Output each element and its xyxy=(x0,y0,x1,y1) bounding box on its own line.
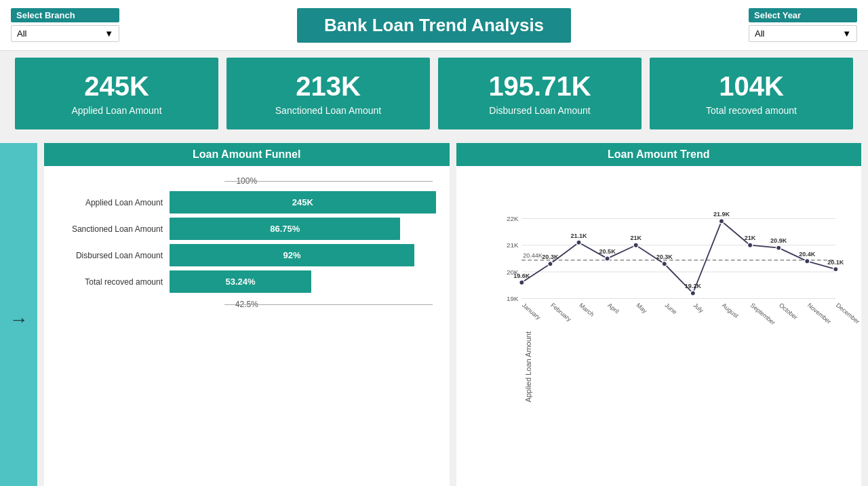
funnel-bar: 53.24% xyxy=(170,270,311,293)
svg-text:February: February xyxy=(549,302,573,323)
page-title: Bank Loan Trend Analysis xyxy=(297,8,571,43)
kpi-disbursed-value: 195.71K xyxy=(445,71,635,101)
funnel-row: Total recoved amount 53.24% xyxy=(58,270,436,293)
svg-text:20.9K: 20.9K xyxy=(770,237,787,244)
svg-text:July: July xyxy=(692,302,705,314)
arrow-panel[interactable]: → xyxy=(0,143,37,486)
funnel-bar-container: 245K xyxy=(170,191,436,214)
branch-value: All xyxy=(17,28,26,39)
branch-label: Select Branch xyxy=(11,8,119,22)
year-select-group: Select Year All ▼ xyxy=(749,8,857,42)
svg-point-31 xyxy=(604,256,609,261)
svg-text:December: December xyxy=(835,302,861,325)
svg-point-37 xyxy=(662,262,667,266)
year-label: Select Year xyxy=(749,8,857,22)
svg-point-22 xyxy=(519,280,524,285)
funnel-bar-container: 86.75% xyxy=(170,218,436,240)
svg-text:21K: 21K xyxy=(744,235,755,241)
svg-text:21K: 21K xyxy=(630,235,642,241)
svg-point-49 xyxy=(776,245,781,250)
svg-text:March: March xyxy=(578,302,595,318)
svg-text:September: September xyxy=(749,302,776,326)
funnel-chart-panel: Loan Amount Funnel 100% Applied Loan Amo… xyxy=(44,143,450,486)
kpi-recovered-value: 104K xyxy=(656,71,846,101)
svg-text:21K: 21K xyxy=(507,241,519,249)
kpi-disbursed-label: Disbursed Loan Amount xyxy=(445,105,635,116)
branch-chevron-icon: ▼ xyxy=(104,28,113,39)
svg-text:20.3K: 20.3K xyxy=(656,254,673,260)
svg-text:21.9K: 21.9K xyxy=(713,211,730,218)
kpi-sanctioned: 213K Sanctioned Loan Amount xyxy=(226,58,430,129)
trend-svg: 19K20K21K22K20.44K19.6KJanuary20.3KFebru… xyxy=(497,180,848,356)
svg-text:20.5K: 20.5K xyxy=(599,248,616,255)
kpi-sanctioned-value: 213K xyxy=(233,71,423,101)
funnel-row: Applied Loan Amount 245K xyxy=(58,191,436,214)
funnel-bar: 245K xyxy=(170,191,436,214)
funnel-bar: 92% xyxy=(170,244,414,266)
funnel-row: Disbursed Loan Amount 92% xyxy=(58,244,436,266)
app-root: Select Branch All ▼ Bank Loan Trend Anal… xyxy=(0,0,868,486)
branch-dropdown[interactable]: All ▼ xyxy=(11,25,119,42)
kpi-recovered-label: Total recoved amount xyxy=(656,105,846,116)
svg-text:22K: 22K xyxy=(507,215,519,222)
svg-text:19.6K: 19.6K xyxy=(513,272,530,279)
svg-point-40 xyxy=(690,291,695,296)
funnel-bottom-label: 42.5% xyxy=(58,300,436,309)
svg-point-34 xyxy=(633,243,638,247)
main-content: → Loan Amount Funnel 100% Applied Loan A… xyxy=(0,136,868,486)
svg-text:November: November xyxy=(806,302,831,325)
charts-area: Loan Amount Funnel 100% Applied Loan Amo… xyxy=(37,143,868,486)
svg-line-18 xyxy=(750,245,778,248)
funnel-chart-title: Loan Amount Funnel xyxy=(44,143,450,166)
svg-point-28 xyxy=(576,240,580,245)
svg-text:May: May xyxy=(635,302,648,315)
funnel-bar-container: 92% xyxy=(170,244,436,266)
arrow-right-icon: → xyxy=(9,309,28,331)
kpi-applied: 245K Applied Loan Amount xyxy=(15,58,218,129)
funnel-container: 100% Applied Loan Amount 245K Sanctioned… xyxy=(51,173,443,486)
svg-text:20.3K: 20.3K xyxy=(542,254,559,260)
funnel-chart-body: 100% Applied Loan Amount 245K Sanctioned… xyxy=(44,166,450,486)
header: Select Branch All ▼ Bank Loan Trend Anal… xyxy=(0,0,868,51)
year-dropdown[interactable]: All ▼ xyxy=(749,25,857,42)
svg-point-25 xyxy=(547,262,552,266)
kpi-disbursed: 195.71K Disbursed Loan Amount xyxy=(438,58,642,129)
trend-container: Applied Loan Amount 19K20K21K22K20.44K19… xyxy=(463,173,855,486)
svg-text:21.1K: 21.1K xyxy=(570,232,587,239)
svg-text:20.1K: 20.1K xyxy=(827,259,844,266)
svg-text:October: October xyxy=(777,302,798,321)
svg-text:19.2K: 19.2K xyxy=(684,283,701,289)
kpi-sanctioned-label: Sanctioned Loan Amount xyxy=(233,105,423,116)
svg-text:19K: 19K xyxy=(507,295,519,302)
funnel-bar-container: 53.24% xyxy=(170,270,436,293)
svg-point-52 xyxy=(804,259,809,264)
kpi-recovered: 104K Total recoved amount xyxy=(650,58,853,129)
kpi-row: 245K Applied Loan Amount 213K Sanctioned… xyxy=(0,51,868,136)
trend-y-axis-label: Applied Loan Amount xyxy=(465,331,532,403)
year-value: All xyxy=(755,28,764,39)
year-chevron-icon: ▼ xyxy=(842,28,851,39)
svg-text:January: January xyxy=(521,302,542,321)
svg-text:April: April xyxy=(606,302,620,315)
svg-text:20.44K: 20.44K xyxy=(523,252,542,259)
funnel-row: Sanctioned Loan Amount 86.75% xyxy=(58,218,436,240)
funnel-top-line xyxy=(224,181,433,182)
funnel-top-label: 100% xyxy=(58,176,436,186)
branch-select-group: Select Branch All ▼ xyxy=(11,8,119,42)
svg-point-46 xyxy=(747,243,752,247)
trend-chart-body: Applied Loan Amount 19K20K21K22K20.44K19… xyxy=(456,166,862,486)
trend-chart-title: Loan Amount Trend xyxy=(456,143,862,166)
funnel-row-label: Sanctioned Loan Amount xyxy=(58,224,170,234)
funnel-row-label: Disbursed Loan Amount xyxy=(58,251,170,260)
svg-point-43 xyxy=(719,219,724,224)
kpi-applied-value: 245K xyxy=(22,71,212,101)
trend-chart-panel: Loan Amount Trend Applied Loan Amount 19… xyxy=(456,143,862,486)
kpi-applied-label: Applied Loan Amount xyxy=(22,105,212,116)
svg-text:August: August xyxy=(720,302,739,319)
funnel-row-label: Total recoved amount xyxy=(58,277,170,287)
svg-point-55 xyxy=(833,266,837,271)
funnel-bottom-line xyxy=(224,304,433,305)
svg-text:June: June xyxy=(663,302,677,315)
funnel-bar: 86.75% xyxy=(170,218,400,240)
svg-text:20.4K: 20.4K xyxy=(799,251,816,258)
